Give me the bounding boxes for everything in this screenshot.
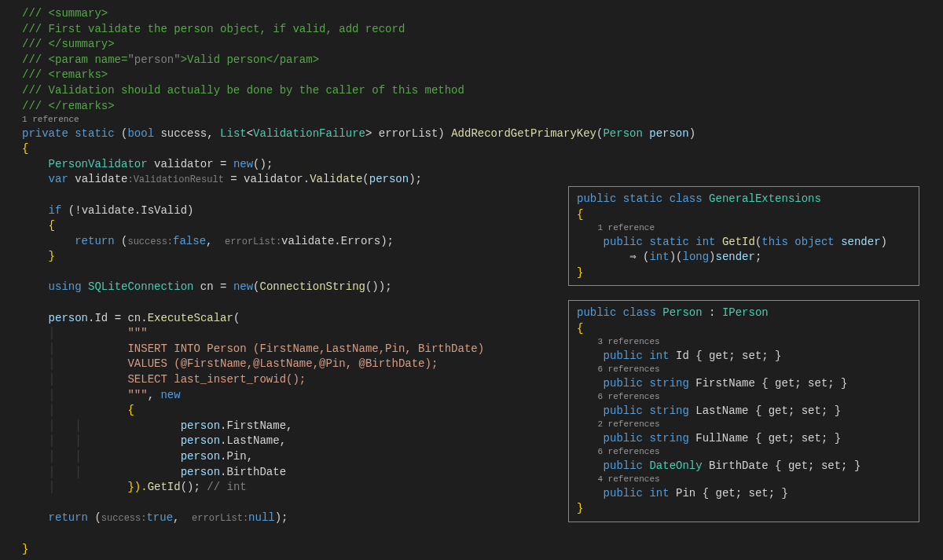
method-signature: private static (bool success, List<Valid… [22,126,943,142]
code-lens[interactable]: 6 references [577,446,911,458]
code-lens[interactable]: 1 reference [22,114,943,126]
code-line: var validate:ValidationResult = validato… [22,172,943,188]
property-line: public int Pin { get; set; } [577,486,911,502]
xml-doc-line: /// </summary> [22,37,943,53]
xml-doc-line: /// First validate the person object, if… [22,22,943,38]
code-line: } [577,265,911,281]
code-line: { [577,321,911,337]
code-line: public static int GetId(this object send… [577,235,911,251]
code-lens[interactable]: 1 reference [577,222,911,234]
xml-doc-line: /// Validation should actually be done b… [22,83,943,99]
code-line: } [22,542,943,558]
property-line: public string FullName { get; set; } [577,431,911,447]
code-line: { [22,141,943,157]
code-line [22,526,943,542]
code-lens[interactable]: 3 references [577,336,911,348]
property-line: public DateOnly BirthDate { get; set; } [577,459,911,474]
code-lens[interactable]: 4 references [577,474,911,485]
property-line: public int Id { get; set; } [577,349,911,364]
code-line: PersonValidator validator = new(); [22,157,943,173]
code-peek-general-extensions[interactable]: public static class GeneralExtensions { … [568,186,919,286]
xml-doc-line: /// <param name="person">Valid person</p… [22,53,943,68]
class-signature: public class Person : IPerson [577,306,911,321]
property-line: public string FirstName { get; set; } [577,376,911,392]
xml-doc-line: /// <remarks> [22,68,943,83]
class-signature: public static class GeneralExtensions [577,192,911,207]
code-lens[interactable]: 2 references [577,419,911,430]
code-line: ⇒ (int)(long)sender; [577,250,911,265]
code-line: { [577,207,911,223]
xml-doc-line: /// </remarks> [22,99,943,115]
code-lens[interactable]: 6 references [577,364,911,375]
code-line: } [577,501,911,517]
xml-doc-line: /// <summary> [22,6,943,22]
property-line: public string LastName { get; set; } [577,404,911,419]
code-peek-person[interactable]: public class Person : IPerson { 3 refere… [568,300,919,522]
code-lens[interactable]: 6 references [577,391,911,403]
